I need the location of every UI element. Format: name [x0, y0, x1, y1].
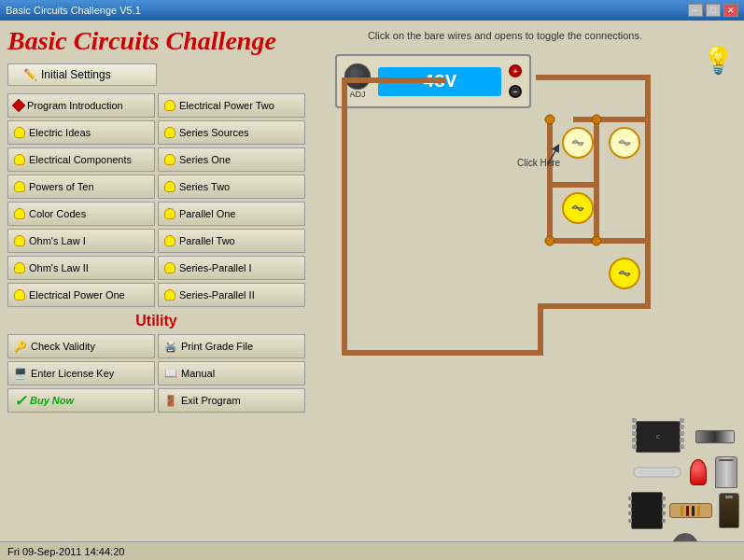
- app-icon: 💡: [702, 45, 735, 76]
- bulb-icon: [164, 262, 175, 273]
- ic-chip-component: IC: [636, 421, 681, 453]
- book-icon: 📖: [164, 368, 177, 380]
- menu-item-parallel-two[interactable]: Parallel Two: [158, 229, 305, 253]
- bulb-icon: [14, 262, 25, 273]
- print-grade-button[interactable]: 🖨️ Print Grade File: [158, 334, 305, 358]
- bulb-icon: [14, 235, 25, 246]
- circuit-svg: Click Here: [316, 45, 671, 381]
- menu-item-series-sources[interactable]: Series Sources: [158, 120, 305, 145]
- bulb-icon: [164, 235, 175, 246]
- manual-button[interactable]: 📖 Manual: [158, 361, 305, 385]
- menu-item-color-codes[interactable]: Color Codes: [7, 202, 155, 226]
- bulb-icon: [14, 154, 25, 165]
- svg-point-9: [545, 115, 554, 124]
- circuit-area: ADJ 48V + −: [316, 45, 671, 381]
- utility-grid: 🔑 Check Validity 🖨️ Print Grade File 🖥️ …: [7, 334, 305, 413]
- enter-license-button[interactable]: 🖥️ Enter License Key: [7, 361, 155, 385]
- key-icon: 🔑: [14, 341, 27, 353]
- menu-item-ohms-law-1[interactable]: Ohm's Law I: [7, 229, 155, 253]
- bulb-icon: [14, 289, 25, 301]
- bulb-icon: [164, 127, 175, 138]
- app-title: Basic Circuits Challenge: [7, 26, 305, 56]
- status-bar: Fri 09-Sep-2011 14:44:20: [0, 541, 744, 560]
- svg-text:Click Here: Click Here: [517, 158, 561, 168]
- led-component: [690, 459, 707, 485]
- svg-point-11: [545, 236, 554, 245]
- window-controls: − □ ✕: [688, 4, 738, 17]
- right-panel: 💡 Click on the bare wires and opens to t…: [313, 21, 744, 560]
- menu-item-electrical-components[interactable]: Electrical Components: [7, 147, 155, 172]
- datetime-display: Fri 09-Sep-2011 14:44:20: [7, 546, 124, 557]
- diamond-icon: [12, 99, 25, 112]
- ic-chip-2-component: [631, 492, 663, 529]
- buy-now-button[interactable]: ✓ Buy Now: [7, 388, 155, 413]
- bulb-icon: [164, 100, 175, 111]
- monitor-icon: 🖥️: [14, 368, 27, 380]
- door-icon: 🚪: [164, 395, 177, 407]
- main-menu-grid: Program Introduction Electrical Power Tw…: [7, 93, 305, 307]
- exit-program-button[interactable]: 🚪 Exit Program: [158, 388, 305, 413]
- initial-settings-button[interactable]: ✏️ Initial Settings: [7, 63, 157, 86]
- maximize-button[interactable]: □: [706, 4, 721, 17]
- menu-item-parallel-one[interactable]: Parallel One: [158, 202, 305, 226]
- svg-point-12: [592, 236, 601, 245]
- bulb-icon: [164, 289, 175, 301]
- minimize-button[interactable]: −: [688, 4, 703, 17]
- capacitor-can-component: [715, 456, 737, 488]
- close-button[interactable]: ✕: [723, 4, 738, 17]
- pencil-icon: ✏️: [23, 68, 37, 81]
- circuit-instruction: Click on the bare wires and opens to tog…: [316, 30, 740, 41]
- left-panel: Basic Circuits Challenge ✏️ Initial Sett…: [0, 21, 313, 560]
- menu-item-series-parallel-2[interactable]: Series-Parallel II: [158, 283, 305, 307]
- bulb-icon: [164, 181, 175, 192]
- check-validity-button[interactable]: 🔑 Check Validity: [7, 334, 155, 358]
- resistor-component: [669, 503, 712, 518]
- utility-title: Utility: [7, 313, 305, 329]
- menu-item-powers-of-ten[interactable]: Powers of Ten: [7, 175, 155, 199]
- components-showcase: IC: [630, 421, 740, 538]
- fuse-component: [633, 467, 681, 478]
- title-bar: Basic Circuits Challenge V5.1 − □ ✕: [0, 0, 744, 21]
- checkmark-icon: ✓: [14, 392, 26, 410]
- menu-item-electrical-power-two[interactable]: Electrical Power Two: [158, 93, 305, 118]
- diode-component: [695, 430, 735, 443]
- menu-item-program-intro[interactable]: Program Introduction: [7, 93, 155, 118]
- bulb-icon: [164, 208, 175, 219]
- menu-item-series-parallel-1[interactable]: Series-Parallel I: [158, 256, 305, 280]
- menu-item-series-two[interactable]: Series Two: [158, 175, 305, 199]
- menu-item-electrical-power-one[interactable]: Electrical Power One: [7, 283, 155, 307]
- bulb-icon: [14, 208, 25, 219]
- printer-icon: 🖨️: [164, 341, 177, 353]
- menu-item-ohms-law-2[interactable]: Ohm's Law II: [7, 256, 155, 280]
- bulb-icon: [14, 181, 25, 192]
- bulb-icon: [14, 127, 25, 138]
- electrolytic-capacitor-component: [719, 493, 739, 528]
- menu-item-series-one[interactable]: Series One: [158, 147, 305, 172]
- bulb-icon: [164, 154, 175, 165]
- title-bar-text: Basic Circuits Challenge V5.1: [6, 5, 141, 16]
- svg-point-10: [592, 115, 601, 124]
- utility-section: Utility 🔑 Check Validity 🖨️ Print Grade …: [7, 313, 305, 413]
- main-content: Basic Circuits Challenge ✏️ Initial Sett…: [0, 21, 744, 560]
- menu-item-electric-ideas[interactable]: Electric Ideas: [7, 120, 155, 145]
